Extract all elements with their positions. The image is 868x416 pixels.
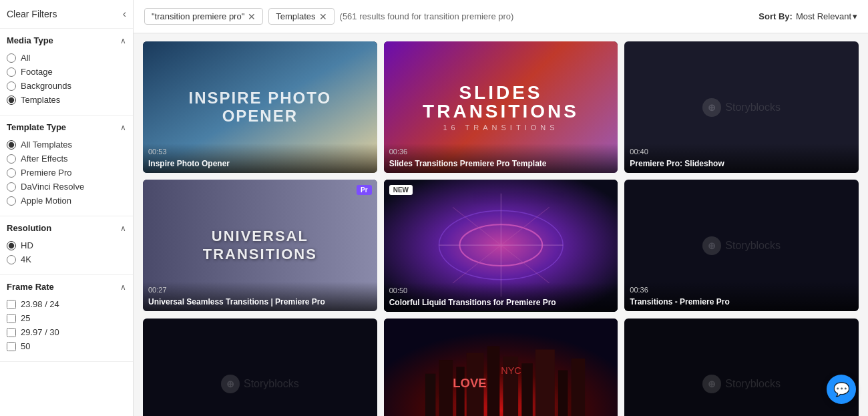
card1-title: Inspire Photo Opener [148,159,230,168]
filter-radio-davinci-resolve[interactable] [7,182,16,192]
filter-checkbox-fps-50[interactable] [7,342,16,351]
chevron-up-icon: ∧ [120,36,126,45]
storyblocks-text-4: Storyblocks [725,378,781,390]
filter-option-davinci-resolve[interactable]: DaVinci Resolve [7,180,126,194]
filter-option-all-templates[interactable]: All Templates [7,138,126,152]
filter-section-frame-rate-title: Frame Rate [7,282,54,292]
svg-rect-12 [487,346,499,416]
card6-title: Transitions - Premiere Pro [630,297,729,306]
card-colorful-liquid-transitions[interactable]: NEW 00:50 Colorful Liquid Transitions fo… [384,180,618,311]
filter-option-after-effects[interactable]: After Effects [7,152,126,166]
filter-section-resolution-header[interactable]: Resolution ∧ [7,223,126,233]
filter-radio-all-templates[interactable] [7,140,16,150]
card5-badge-new: NEW [389,185,413,195]
svg-rect-10 [456,367,464,416]
filter-radio-premiere-pro[interactable] [7,168,16,178]
card5-duration: 00:50 [389,286,613,294]
svg-rect-9 [439,360,453,416]
filter-radio-after-effects[interactable] [7,154,16,164]
filter-radio-hd[interactable] [7,241,16,250]
query-filter-tag[interactable]: "transition premiere pro" ✕ [144,8,263,25]
card2-overlay: 00:36 Slides Transitions Premiere Pro Te… [384,144,618,173]
filter-option-hd[interactable]: HD [7,238,126,252]
filter-option-backgrounds[interactable]: Backgrounds [7,79,126,93]
filter-label-all: All [21,53,30,63]
card-inspire-photo-opener[interactable]: INSPIRE PHOTOOPENER 00:53 Inspire Photo … [143,41,377,173]
filter-label-premiere-pro: Premiere Pro [21,168,72,178]
svg-rect-8 [425,373,435,416]
filter-checkbox-fps-23[interactable] [7,300,16,309]
filter-option-templates[interactable]: Templates [7,93,126,107]
storyblocks-text: Storyblocks [725,101,781,114]
filter-option-footage[interactable]: Footage [7,65,126,79]
card5-title: Colorful Liquid Transitions for Premiere… [389,298,556,307]
card4-badge-pr: Pr [357,185,372,195]
card-dark-storyblocks-1[interactable]: ⊕ Storyblocks [143,319,377,417]
filter-section-media-type-title: Media Type [7,35,53,45]
svg-text:NYC: NYC [501,365,521,375]
svg-rect-17 [571,358,585,416]
card-universal-transitions[interactable]: UNIVERSALTRANSITIONS Pr 00:27 Universal … [143,180,377,311]
card-slides-transitions[interactable]: SLIDESTRANSITIONS 16 TRANSITIONS 00:36 S… [384,41,618,173]
filter-section-resolution: Resolution ∧ HD 4K [0,216,133,275]
card-transitions-premiere-pro[interactable]: ⊕ Storyblocks 00:36 Transitions - Premie… [624,180,859,311]
sidebar-top: Clear Filters ‹ [0,0,133,29]
filter-label-after-effects: After Effects [21,154,68,164]
sort-section[interactable]: Sort By: Most Relevant ▾ [758,11,857,21]
filter-section-frame-rate: Frame Rate ∧ 23.98 / 24 25 29.97 / 30 50 [0,275,133,362]
filter-label-all-templates: All Templates [21,140,72,150]
main-content: "transition premiere pro" ✕ Templates ✕ … [134,0,868,416]
filter-radio-templates[interactable] [7,95,16,105]
filter-radio-4k[interactable] [7,255,16,264]
clear-filters-button[interactable]: Clear Filters [7,9,57,19]
card2-visual-sub: 16 TRANSITIONS [443,124,558,132]
filter-checkbox-fps-29[interactable] [7,328,16,337]
filter-option-4k[interactable]: 4K [7,252,126,266]
filter-label-fps-29: 29.97 / 30 [21,327,59,337]
sidebar: Clear Filters ‹ Media Type ∧ All Footage… [0,0,134,416]
filter-section-resolution-title: Resolution [7,223,51,233]
storyblocks-icon-4: ⊕ [702,375,721,393]
filter-section-frame-rate-header[interactable]: Frame Rate ∧ [7,282,126,292]
filter-option-fps-50[interactable]: 50 [7,339,126,353]
filter-label-backgrounds: Backgrounds [21,81,71,91]
filter-radio-backgrounds[interactable] [7,81,16,91]
filter-label-hd: HD [21,240,33,250]
sort-arrow-icon: ▾ [853,11,857,21]
filter-section-media-type-header[interactable]: Media Type ∧ [7,35,126,45]
sort-value-dropdown[interactable]: Most Relevant ▾ [796,11,857,21]
query-tag-remove[interactable]: ✕ [248,12,256,21]
type-filter-tag[interactable]: Templates ✕ [268,8,334,25]
svg-rect-15 [535,349,555,416]
chat-button[interactable]: 💬 [827,375,856,404]
filter-section-template-type-title: Template Type [7,122,66,132]
storyblocks-icon-3: ⊕ [221,375,240,393]
collapse-sidebar-icon[interactable]: ‹ [123,8,126,20]
filter-label-apple-motion: Apple Motion [21,196,71,206]
filter-radio-footage[interactable] [7,67,16,77]
filter-option-fps-29[interactable]: 29.97 / 30 [7,325,126,339]
card2-duration: 00:36 [389,148,613,156]
results-count: (561 results found for transition premie… [340,11,754,21]
filter-section-template-type-header[interactable]: Template Type ∧ [7,122,126,132]
filter-option-premiere-pro[interactable]: Premiere Pro [7,166,126,180]
storyblocks-icon: ⊕ [702,98,721,117]
card6-duration: 00:36 [630,286,853,294]
filter-section-media-type: Media Type ∧ All Footage Backgrounds Tem… [0,29,133,116]
filter-option-fps-25[interactable]: 25 [7,311,126,325]
filter-radio-apple-motion[interactable] [7,196,16,206]
card3-overlay: 00:40 Premiere Pro: Slideshow [624,144,859,173]
card8-city-visual: LOVE NYC [384,319,618,417]
filter-radio-all[interactable] [7,53,16,63]
filter-checkbox-fps-25[interactable] [7,314,16,323]
card-city[interactable]: LOVE NYC [384,319,618,417]
card-premiere-pro-slideshow[interactable]: ⊕ Storyblocks 00:40 Premiere Pro: Slides… [624,41,859,173]
filter-option-fps-23[interactable]: 23.98 / 24 [7,297,126,311]
chevron-up-icon-3: ∧ [120,224,126,233]
card-dark-storyblocks-2[interactable]: ⊕ Storyblocks [624,319,859,417]
svg-rect-16 [558,370,568,416]
type-tag-remove[interactable]: ✕ [319,12,327,21]
filter-option-all[interactable]: All [7,51,126,65]
card1-visual-text: INSPIRE PHOTOOPENER [189,89,332,125]
filter-option-apple-motion[interactable]: Apple Motion [7,194,126,208]
